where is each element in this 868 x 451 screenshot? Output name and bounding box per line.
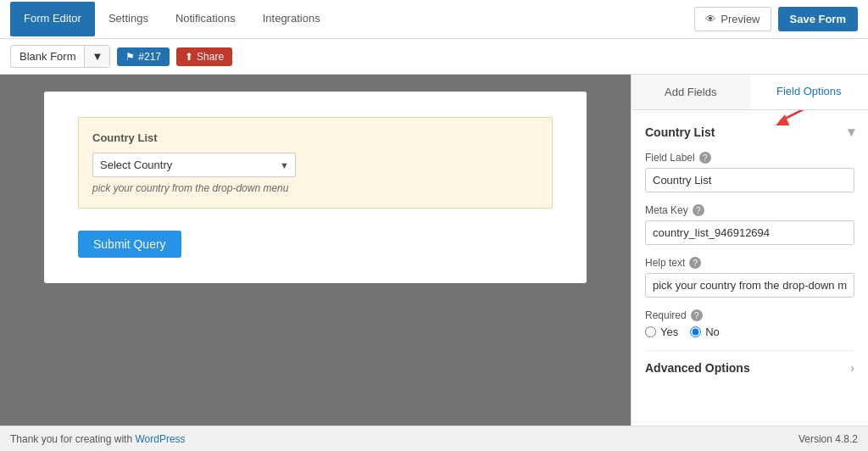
required-no-label: No (705, 326, 720, 338)
share-icon: ⬆ (185, 51, 193, 63)
field-block-title: Country List (92, 131, 538, 144)
panel-section-title-text: Country List (645, 125, 715, 139)
field-label-input[interactable] (645, 168, 854, 192)
field-help-text: pick your country from the drop-down men… (92, 182, 538, 194)
meta-key-input[interactable] (645, 220, 854, 245)
share-button[interactable]: ⬆ Share (176, 47, 232, 66)
preview-label: Preview (721, 13, 760, 25)
sub-toolbar: Blank Form ▼ ⚑ #217 ⬆ Share (0, 39, 868, 75)
help-text-label-row: Help text ? (645, 257, 854, 269)
panel-body: Country List ▾ Field Label ? Meta (632, 110, 868, 426)
svg-line-0 (781, 110, 854, 121)
form-selector-arrow[interactable]: ▼ (84, 46, 109, 67)
advanced-options-label: Advanced Options (645, 361, 750, 375)
chevron-down-icon: ▾ (848, 124, 854, 140)
tab-integrations[interactable]: Integrations (249, 2, 334, 36)
meta-key-group: Meta Key ? (645, 204, 854, 245)
form-selector[interactable]: Blank Form ▼ (10, 45, 110, 68)
required-no-radio[interactable] (690, 326, 701, 337)
field-block-country-list: Country List Select Country ▼ pick your … (78, 117, 553, 209)
footer: Thank you for creating with WordPress Ve… (0, 426, 868, 451)
panel-tabs: Add Fields Field Options (632, 75, 868, 110)
tab-settings[interactable]: Settings (95, 2, 162, 36)
save-form-button[interactable]: Save Form (778, 7, 858, 31)
advanced-options-section[interactable]: Advanced Options › (645, 350, 854, 385)
required-group: Required ? Yes No (645, 309, 854, 338)
svg-marker-1 (776, 114, 789, 125)
advanced-options-chevron-icon: › (850, 361, 854, 375)
required-yes-label: Yes (660, 326, 678, 338)
tab-add-fields[interactable]: Add Fields (632, 75, 750, 109)
tab-form-editor[interactable]: Form Editor (10, 2, 95, 36)
meta-key-label-text: Meta Key (645, 204, 688, 216)
top-bar: Form Editor Settings Notifications Integ… (0, 0, 868, 39)
canvas-area: Country List Select Country ▼ pick your … (0, 75, 631, 426)
required-options: Yes No (645, 326, 854, 338)
version-text: Version 4.8.2 (798, 433, 858, 445)
help-text-group: Help text ? (645, 257, 854, 298)
required-no-option[interactable]: No (690, 326, 720, 338)
top-actions: 👁 Preview Save Form (694, 7, 858, 31)
tab-field-options[interactable]: Field Options (750, 75, 869, 109)
required-label-row: Required ? (645, 309, 854, 321)
required-label-text: Required (645, 309, 687, 321)
wordpress-link[interactable]: WordPress (135, 433, 185, 445)
field-label-row: Field Label ? (645, 152, 854, 164)
share-label: Share (197, 51, 224, 63)
eye-icon: 👁 (705, 13, 716, 25)
help-text-help-icon[interactable]: ? (689, 257, 701, 269)
badge-number[interactable]: ⚑ #217 (117, 47, 170, 66)
field-label-help-icon[interactable]: ? (699, 152, 711, 164)
required-help-icon[interactable]: ? (691, 309, 703, 321)
meta-key-help-icon[interactable]: ? (693, 204, 704, 216)
right-panel: Add Fields Field Options Country List ▾ … (631, 75, 868, 426)
submit-button[interactable]: Submit Query (78, 231, 181, 258)
country-select[interactable]: Select Country (92, 153, 296, 177)
field-label-group: Field Label ? (645, 152, 854, 192)
help-text-input[interactable] (645, 273, 854, 298)
help-text-label-text: Help text (645, 257, 685, 269)
flag-icon: ⚑ (125, 51, 135, 63)
select-wrapper: Select Country ▼ (92, 153, 296, 177)
meta-key-label-row: Meta Key ? (645, 204, 854, 216)
required-yes-option[interactable]: Yes (645, 326, 678, 338)
top-tabs: Form Editor Settings Notifications Integ… (10, 2, 334, 36)
main-layout: Country List Select Country ▼ pick your … (0, 75, 868, 426)
panel-section-title: Country List ▾ (645, 124, 854, 140)
preview-button[interactable]: 👁 Preview (694, 7, 771, 31)
form-name: Blank Form (11, 46, 84, 67)
required-yes-radio[interactable] (645, 326, 656, 337)
badge-number-text: #217 (138, 51, 161, 63)
footer-text: Thank you for creating with WordPress (10, 433, 186, 445)
field-label-text: Field Label (645, 152, 695, 164)
tab-notifications[interactable]: Notifications (162, 2, 249, 36)
form-preview: Country List Select Country ▼ pick your … (44, 92, 587, 283)
